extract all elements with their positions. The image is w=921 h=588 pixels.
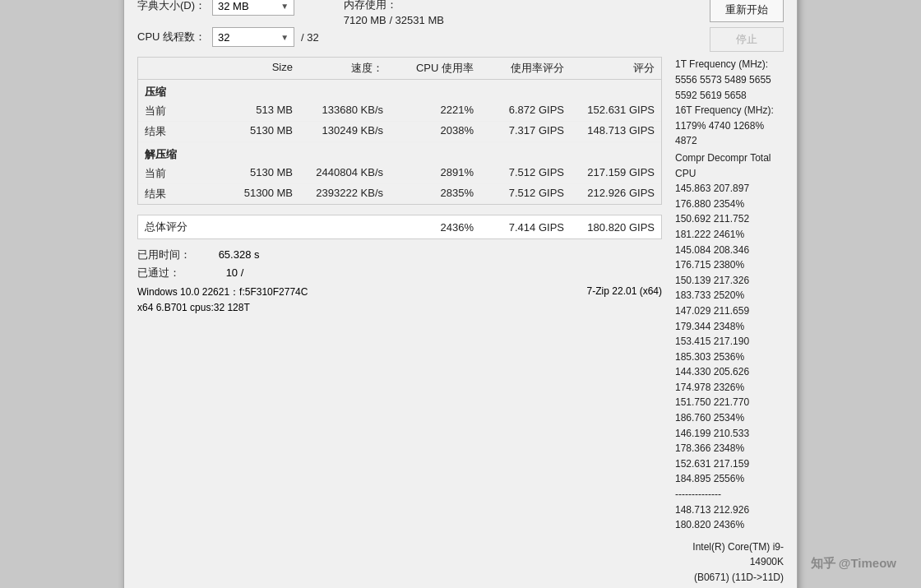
freq-16t-label: 16T Frequency (MHz): [675, 103, 784, 118]
table-header-row: Size 速度： CPU 使用率 使用率评分 评分 [138, 58, 661, 80]
decomp-cur-score: 217.159 GIPS [564, 166, 655, 181]
dict-size-control: 字典大小(D)： 32 MB ▼ [137, 0, 319, 16]
right-data-row: 150.139 217.326 183.733 2520% [675, 273, 784, 303]
dict-size-value: 32 MB [218, 0, 249, 12]
freq-16t-values: 1179% 4740 1268% 4872 [675, 118, 784, 149]
elapsed-label: 已用时间： [137, 248, 191, 261]
right-panel: 1T Frequency (MHz): 5556 5573 5489 5655 … [662, 57, 784, 585]
cpu-threads-arrow: ▼ [280, 33, 289, 42]
compression-result-row: 结果 5130 MB 130249 KB/s 2038% 7.317 GIPS … [138, 122, 661, 142]
freq-1t-label: 1T Frequency (MHz): [675, 57, 784, 72]
compression-current-row: 当前 513 MB 133680 KB/s 2221% 6.872 GIPS 1… [138, 101, 661, 122]
comp-res-size: 5130 MB [211, 124, 293, 139]
summary-row: 总体评分 2436% 7.414 GIPS 180.820 GIPS [138, 215, 661, 238]
arch-info: x64 6.B701 cpus:32 128T [137, 302, 662, 313]
stop-button: 停止 [710, 27, 784, 52]
benchmark-table: Size 速度： CPU 使用率 使用率评分 评分 压缩 当前 513 MB 1… [137, 57, 662, 205]
col-name [145, 61, 211, 76]
col-score: 评分 [564, 61, 655, 76]
comp-cur-usage: 6.872 GIPS [474, 104, 564, 118]
right-data-row: 147.029 211.659 179.344 2348% [675, 303, 784, 334]
decomp-res-size: 51300 MB [211, 187, 293, 201]
cpu-threads-control: CPU 线程数： 32 ▼ / 32 [137, 27, 319, 47]
right-data-row: 152.631 217.159 184.895 2556% [675, 456, 784, 487]
right-data-row: 150.692 211.752 181.222 2461% [675, 211, 784, 242]
col-speed: 速度： [293, 61, 383, 76]
right-data-row: 151.750 221.770 186.760 2534% [675, 395, 784, 425]
summary-usage: 7.414 GIPS [474, 221, 564, 234]
cpu-threads-total: / 32 [301, 31, 319, 44]
left-panel: Size 速度： CPU 使用率 使用率评分 评分 压缩 当前 513 MB 1… [137, 57, 662, 585]
comp-cur-size: 513 MB [211, 104, 293, 118]
cpu-name: Intel(R) Core(TM) i9-14900K(B0671) (11D-… [675, 539, 784, 586]
compression-title: 压缩 [138, 80, 661, 101]
passed-section: 已通过： 10 / [137, 266, 243, 280]
comp-res-cpu: 2038% [383, 124, 474, 139]
restart-button[interactable]: 重新开始 [710, 0, 784, 22]
col-usage-score: 使用率评分 [474, 61, 564, 76]
right-data-row: 145.863 207.897 176.880 2354% [675, 181, 784, 211]
comp-res-usage: 7.317 GIPS [474, 124, 564, 139]
right-rows: 145.863 207.897 176.880 2354%150.692 211… [675, 181, 784, 487]
summary-cpu: 2436% [383, 221, 474, 234]
decomp-res-usage: 7.512 GIPS [474, 187, 564, 201]
decomp-res-cpu: 2835% [383, 187, 474, 201]
cpu-threads-value: 32 [218, 31, 229, 44]
summary-score: 180.820 GIPS [564, 221, 655, 234]
right-table-header: Compr Decompr Total CPU [675, 150, 784, 181]
os-info: Windows 10.0 22621：f:5F310F2774C [137, 285, 308, 299]
right-data-row: 146.199 210.533 178.366 2348% [675, 426, 784, 456]
decomp-cur-speed: 2440804 KB/s [293, 166, 383, 181]
right-data-row: 145.084 208.346 176.715 2380% [675, 243, 784, 273]
memory-label: 内存使用： [344, 0, 444, 12]
decomp-res-name: 结果 [145, 187, 211, 201]
right-data-row: 144.330 205.626 174.978 2326% [675, 364, 784, 395]
cpu-threads-select[interactable]: 32 ▼ [212, 27, 294, 47]
right-summary: 148.713 212.926 180.820 2436% [675, 502, 784, 533]
system-info: Windows 10.0 22621：f:5F310F2774C 7-Zip 2… [137, 285, 662, 313]
decompression-title: 解压缩 [138, 142, 661, 164]
decomp-res-speed: 2393222 KB/s [293, 187, 383, 201]
zip-info: 7-Zip 22.01 (x64) [587, 285, 662, 299]
passed-value: 10 / [226, 266, 244, 279]
elapsed-section: 已用时间： 65.328 s [137, 248, 260, 262]
cpu-info: Intel(R) Core(TM) i9-14900K(B0671) (11D-… [675, 539, 784, 586]
summary-section: 总体评分 2436% 7.414 GIPS 180.820 GIPS [137, 215, 662, 239]
comp-cur-name: 当前 [145, 104, 211, 118]
comp-res-speed: 130249 KB/s [293, 124, 383, 139]
dict-size-arrow: ▼ [280, 2, 289, 11]
dict-size-select[interactable]: 32 MB ▼ [212, 0, 294, 16]
comp-cur-speed: 133680 KB/s [293, 104, 383, 118]
decomp-current-row: 当前 5130 MB 2440804 KB/s 2891% 7.512 GIPS… [138, 164, 661, 184]
decomp-cur-cpu: 2891% [383, 166, 474, 181]
comp-res-name: 结果 [145, 124, 211, 139]
comp-cur-cpu: 2221% [383, 104, 474, 118]
comp-cur-score: 152.631 GIPS [564, 104, 655, 118]
decomp-cur-usage: 7.512 GIPS [474, 166, 564, 181]
passed-label: 已通过： [137, 266, 180, 279]
decomp-cur-size: 5130 MB [211, 166, 293, 181]
cpu-threads-label: CPU 线程数： [137, 30, 206, 44]
bottom-bar: 10 ▼ 帮助 取消 [124, 586, 797, 588]
memory-value: 7120 MB / 32531 MB [344, 14, 444, 26]
col-cpu: CPU 使用率 [383, 61, 474, 76]
footer-info: 已用时间： 65.328 s 已通过： 10 / [137, 248, 662, 280]
dict-size-label: 字典大小(D)： [137, 0, 206, 13]
elapsed-value: 65.328 s [219, 248, 260, 261]
decomp-result-row: 结果 51300 MB 2393222 KB/s 2835% 7.512 GIP… [138, 184, 661, 204]
watermark: 知乎 @Timeow [811, 556, 896, 572]
comp-res-score: 148.713 GIPS [564, 124, 655, 139]
decomp-res-score: 212.926 GIPS [564, 187, 655, 201]
top-controls-area: 字典大小(D)： 32 MB ▼ CPU 线程数： 32 ▼ / 32 内存使用… [124, 0, 797, 57]
summary-label: 总体评分 [145, 220, 211, 234]
col-size: Size [211, 61, 293, 76]
freq-1t-values: 5556 5573 5489 5655 5592 5619 5658 [675, 72, 784, 103]
right-data-row: 153.415 217.190 185.303 2536% [675, 334, 784, 364]
main-window: 基准测试 — □ ✕ 字典大小(D)： 32 MB ▼ CPU 线程数： 32 … [123, 0, 798, 588]
decomp-cur-name: 当前 [145, 166, 211, 181]
right-divider: -------------- [675, 487, 784, 502]
